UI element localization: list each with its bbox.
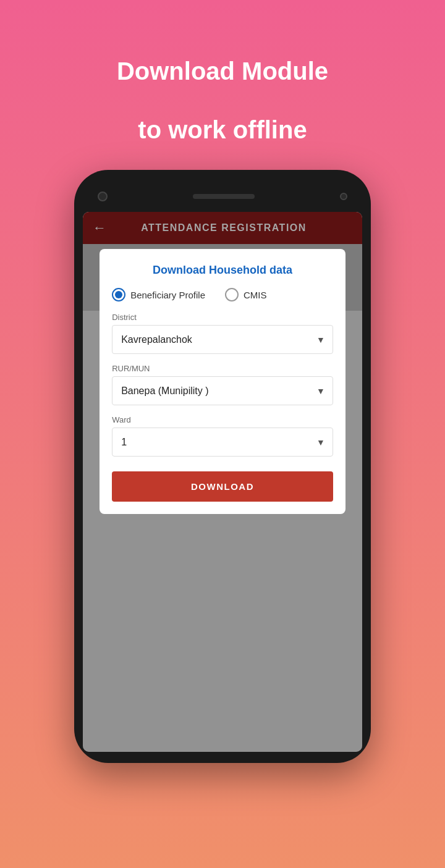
proximity-sensor: [340, 193, 347, 200]
title-line1: Download Module: [117, 56, 328, 86]
radio-options-row: Beneficiary Profile CMIS: [112, 288, 333, 301]
phone-screen: ← ATTENDANCE REGISTRATION 0 TotalMale: [83, 212, 362, 752]
radio-circle-cmis[interactable]: [225, 288, 239, 301]
download-dialog: Download Household data Beneficiary Prof…: [100, 249, 345, 514]
rur-mun-select[interactable]: Banepa (Munipility ): [112, 377, 333, 405]
radio-cmis[interactable]: CMIS: [225, 288, 267, 301]
ward-label: Ward: [112, 415, 333, 424]
rur-mun-select-wrapper: Banepa (Munipility ) ▼: [112, 376, 333, 405]
district-select-wrapper: Kavrepalanchok ▼: [112, 325, 333, 354]
radio-label-cmis: CMIS: [244, 290, 267, 300]
radio-circle-beneficiary[interactable]: [112, 288, 125, 301]
download-button[interactable]: DOWNLOAD: [112, 471, 333, 502]
dialog-overlay: Download Household data Beneficiary Prof…: [83, 212, 362, 752]
radio-beneficiary-profile[interactable]: Beneficiary Profile: [112, 288, 205, 301]
front-camera: [98, 192, 108, 201]
phone-frame: ← ATTENDANCE REGISTRATION 0 TotalMale: [74, 170, 371, 763]
title-line2: to work offline: [117, 114, 328, 145]
phone-notch: [83, 181, 362, 212]
district-select[interactable]: Kavrepalanchok: [112, 326, 333, 353]
radio-label-beneficiary: Beneficiary Profile: [130, 290, 205, 300]
ward-select-wrapper: 1 2 3 4 5 ▼: [112, 428, 333, 457]
dialog-title: Download Household data: [112, 264, 333, 277]
rur-mun-label: RUR/MUN: [112, 364, 333, 373]
speaker: [193, 194, 255, 199]
radio-inner-beneficiary: [115, 291, 122, 298]
page-title: Download Module to work offline: [117, 28, 328, 145]
ward-select[interactable]: 1 2 3 4 5: [112, 428, 333, 456]
district-label: District: [112, 313, 333, 322]
